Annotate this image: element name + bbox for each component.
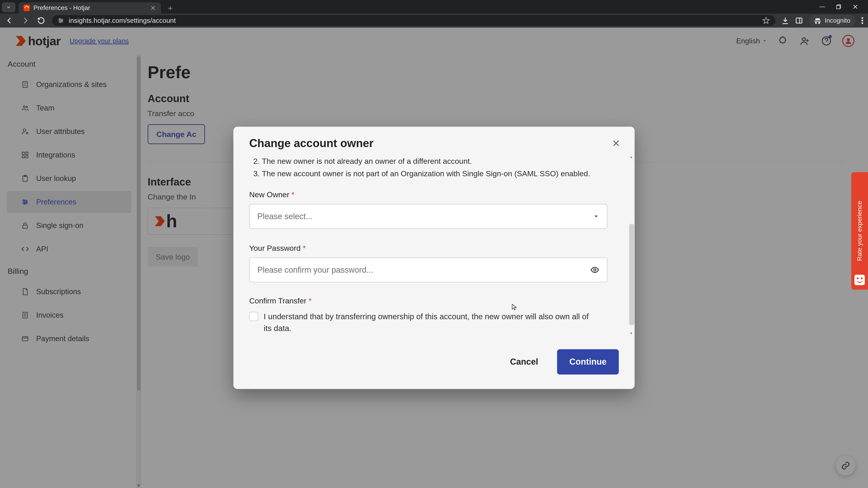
active-tab[interactable]: Preferences - Hotjar [19,2,161,13]
svg-point-3 [61,20,63,21]
feedback-tab[interactable]: Rate your experience [851,172,868,290]
cancel-button[interactable]: Cancel [500,349,548,375]
minimize-button[interactable] [819,6,825,7]
hotjar-favicon-icon [24,5,30,11]
modal-footer: Cancel Continue [234,336,635,389]
confirm-text: I understand that by transferring owners… [264,311,596,334]
password-label: Your Password * [249,243,619,252]
tab-title: Preferences - Hotjar [33,4,90,11]
downloads-button[interactable] [781,17,789,25]
modal-close-button[interactable] [611,138,621,148]
show-password-button[interactable] [590,265,599,274]
new-owner-select[interactable]: Please select... [249,204,608,229]
svg-point-6 [862,17,863,19]
confirm-checkbox[interactable] [249,312,258,321]
modal-scrollbar[interactable]: ▲ ▼ [628,154,635,337]
bookmark-button[interactable] [762,17,770,24]
svg-point-7 [862,20,863,21]
scroll-down-icon: ▼ [628,330,635,336]
list-item: The new owner is not already an owner of… [262,156,619,167]
button-label: Continue [569,357,607,367]
button-label: Cancel [510,357,538,367]
select-placeholder: Please select... [257,212,313,221]
modal-body: The new owner is not already an owner of… [234,154,628,337]
new-tab-button[interactable]: ＋ [165,3,176,13]
modal-title: Change account owner [249,137,374,150]
new-owner-label: New Owner * [249,190,619,199]
chrome-menu-button[interactable] [861,17,864,24]
url-text: insights.hotjar.com/settings/account [69,17,176,24]
confirm-label: Confirm Transfer * [249,296,619,305]
back-button[interactable] [4,15,14,26]
close-icon [612,139,620,148]
password-input[interactable]: Please confirm your password... [249,257,608,282]
address-bar[interactable]: insights.hotjar.com/settings/account [52,15,775,26]
scrollbar-thumb[interactable] [629,224,634,325]
svg-rect-1 [837,5,840,9]
side-panel-button[interactable] [795,17,803,24]
feedback-label: Rate your experience [856,201,863,261]
maximize-button[interactable] [836,4,841,9]
list-item: The new account owner is not part of an … [262,168,619,179]
change-owner-modal: Change account owner The new owner is no… [234,127,635,389]
tab-search-button[interactable] [2,2,16,12]
scroll-up-icon: ▲ [628,154,635,160]
window-controls [819,0,868,13]
svg-point-8 [862,22,863,24]
incognito-icon [814,17,822,24]
eye-icon [590,265,599,274]
svg-point-2 [59,19,60,20]
owner-requirements-list: The new owner is not already an owner of… [249,156,619,180]
reload-button[interactable] [36,15,46,26]
incognito-label: Incognito [825,17,850,24]
site-settings-icon[interactable] [57,17,64,24]
address-row: insights.hotjar.com/settings/account Inc… [0,13,868,28]
forward-button[interactable] [20,15,30,26]
smiley-icon [855,275,865,285]
chevron-down-icon [593,213,599,219]
tab-bar: Preferences - Hotjar ＋ [0,0,868,13]
svg-rect-5 [796,18,802,23]
close-window-button[interactable] [852,4,859,10]
incognito-indicator[interactable]: Incognito [809,15,855,26]
input-placeholder: Please confirm your password... [257,265,373,274]
close-tab-button[interactable] [150,5,156,11]
browser-chrome: Preferences - Hotjar ＋ insights.hotjar.c… [0,0,868,28]
svg-point-29 [594,269,596,271]
svg-point-4 [60,22,61,23]
continue-button[interactable]: Continue [557,349,619,375]
